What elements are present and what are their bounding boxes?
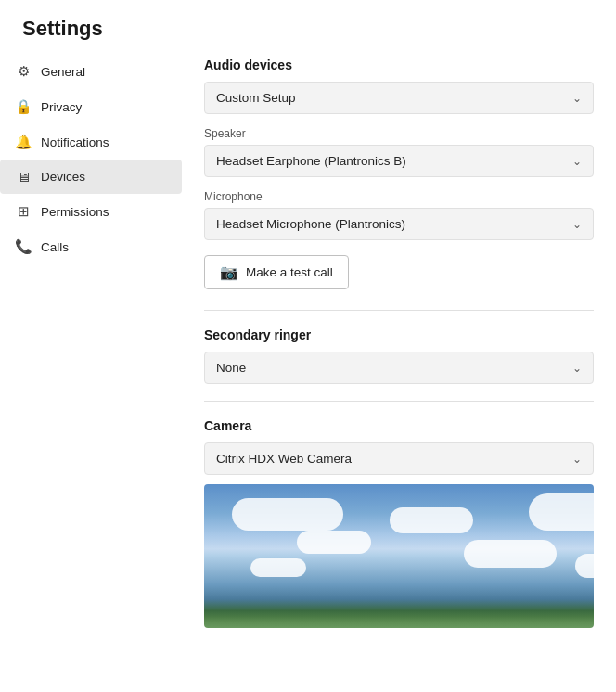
sidebar-item-label: Calls xyxy=(41,240,69,254)
sidebar-item-permissions[interactable]: ⊞ Permissions xyxy=(0,194,182,229)
camera-preview xyxy=(204,484,594,628)
bell-icon: 🔔 xyxy=(15,134,32,150)
speaker-value: Headset Earphone (Plantronics B) xyxy=(216,154,406,168)
chevron-down-icon: ⌄ xyxy=(572,92,582,105)
sidebar-item-notifications[interactable]: 🔔 Notifications xyxy=(0,124,182,160)
chevron-down-icon: ⌄ xyxy=(572,155,582,168)
microphone-label: Microphone xyxy=(204,190,594,203)
sidebar-item-label: Devices xyxy=(41,170,85,184)
audio-setup-value: Custom Setup xyxy=(216,91,296,105)
chevron-down-icon: ⌄ xyxy=(572,362,582,375)
secondary-ringer-dropdown[interactable]: None ⌄ xyxy=(204,352,594,384)
test-call-label: Make a test call xyxy=(246,265,333,279)
chevron-down-icon: ⌄ xyxy=(572,218,582,231)
speaker-dropdown[interactable]: Headset Earphone (Plantronics B) ⌄ xyxy=(204,145,594,177)
audio-section-title: Audio devices xyxy=(204,58,594,72)
gear-icon: ⚙ xyxy=(15,63,32,80)
speaker-label: Speaker xyxy=(204,127,594,140)
page-title: Settings xyxy=(0,0,616,50)
lock-icon: 🔒 xyxy=(15,98,32,115)
sidebar-item-devices[interactable]: 🖥 Devices xyxy=(0,160,182,194)
sidebar-item-general[interactable]: ⚙ General xyxy=(0,54,182,89)
camera-value: Citrix HDX Web Camera xyxy=(216,452,352,466)
sidebar-item-label: Privacy xyxy=(41,100,82,114)
camera-section-title: Camera xyxy=(204,418,594,433)
test-call-icon: 📷 xyxy=(220,263,238,281)
divider2 xyxy=(204,401,594,402)
camera-dropdown[interactable]: Citrix HDX Web Camera ⌄ xyxy=(204,442,594,475)
chevron-down-icon: ⌄ xyxy=(572,453,582,466)
sidebar-item-label: General xyxy=(41,65,85,79)
monitor-icon: 🖥 xyxy=(15,169,32,185)
grid-icon: ⊞ xyxy=(15,203,32,220)
sidebar-item-privacy[interactable]: 🔒 Privacy xyxy=(0,89,182,124)
sidebar-item-label: Notifications xyxy=(41,135,109,149)
sidebar-item-label: Permissions xyxy=(41,205,109,219)
audio-setup-dropdown[interactable]: Custom Setup ⌄ xyxy=(204,82,594,114)
sidebar: ⚙ General 🔒 Privacy 🔔 Notifications 🖥 De… xyxy=(0,50,182,692)
divider xyxy=(204,310,594,311)
microphone-value: Headset Microphone (Plantronics) xyxy=(216,217,405,231)
main-content: Audio devices Custom Setup ⌄ Speaker Hea… xyxy=(182,50,616,692)
sidebar-item-calls[interactable]: 📞 Calls xyxy=(0,229,182,264)
phone-icon: 📞 xyxy=(15,238,32,255)
make-test-call-button[interactable]: 📷 Make a test call xyxy=(204,255,349,289)
secondary-ringer-value: None xyxy=(216,361,246,375)
microphone-dropdown[interactable]: Headset Microphone (Plantronics) ⌄ xyxy=(204,208,594,240)
secondary-ringer-section-title: Secondary ringer xyxy=(204,327,594,342)
